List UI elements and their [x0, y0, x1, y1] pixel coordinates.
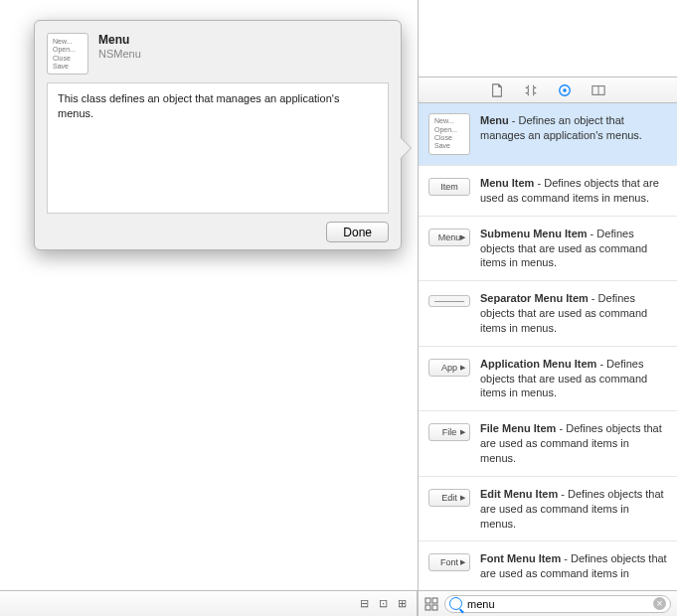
menuitem-icon: File▶ — [428, 423, 470, 441]
done-button[interactable]: Done — [326, 222, 389, 242]
menu-icon: New...Open...CloseSave — [428, 113, 470, 155]
library-item[interactable]: Separator Menu Item - Defines objects th… — [419, 281, 677, 347]
library-item-text: Font Menu Item - Defines objects that ar… — [480, 551, 667, 581]
svg-point-1 — [563, 88, 567, 92]
popover-header: New... Open... Close Save Menu NSMenu — [35, 21, 401, 80]
tab-code-icon[interactable] — [523, 82, 539, 98]
library-item[interactable]: File▶File Menu Item - Defines objects th… — [419, 411, 677, 477]
svg-rect-7 — [432, 605, 437, 610]
menuitem-icon: Edit▶ — [428, 489, 470, 507]
tab-file-icon[interactable] — [489, 82, 505, 98]
library-item-text: Edit Menu Item - Defines objects that ar… — [480, 487, 667, 532]
library-item[interactable]: Font▶Font Menu Item - Defines objects th… — [419, 541, 677, 590]
svg-rect-6 — [425, 605, 430, 610]
library-item[interactable]: Menu▶Submenu Menu Item - Defines objects… — [419, 217, 677, 282]
popover-body: This class defines an object that manage… — [47, 82, 389, 214]
align-icon-3[interactable]: ⊞ — [398, 597, 407, 610]
library-item-text: Menu - Defines an object that manages an… — [480, 113, 667, 155]
library-item[interactable]: New...Open...CloseSaveMenu - Defines an … — [419, 103, 677, 166]
search-wrap: × — [444, 595, 671, 613]
tab-media-icon[interactable] — [591, 82, 606, 98]
library-list[interactable]: New...Open...CloseSaveMenu - Defines an … — [419, 103, 677, 590]
library-blank-area — [419, 0, 677, 77]
popover-title: Menu — [98, 33, 141, 47]
svg-rect-5 — [432, 598, 437, 603]
menuitem-icon: App▶ — [428, 359, 470, 377]
separator-icon — [428, 295, 470, 307]
library-footer: × — [419, 590, 677, 616]
popover-subtitle: NSMenu — [98, 48, 141, 60]
library-item-text: Application Menu Item - Defines objects … — [480, 357, 667, 401]
search-icon — [449, 597, 462, 610]
library-item-text: Submenu Menu Item - Defines objects that… — [480, 227, 667, 271]
align-icon-1[interactable]: ⊟ — [360, 597, 369, 610]
menuitem-icon: Font▶ — [428, 553, 470, 571]
library-item[interactable]: Edit▶Edit Menu Item - Defines objects th… — [419, 477, 677, 542]
library-item-text: Menu Item - Defines objects that are use… — [480, 176, 667, 206]
library-panel: New...Open...CloseSaveMenu - Defines an … — [418, 0, 677, 616]
search-input[interactable] — [444, 595, 671, 613]
library-item-text: File Menu Item - Defines objects that ar… — [480, 421, 667, 466]
info-popover: New... Open... Close Save Menu NSMenu Th… — [34, 20, 402, 250]
clear-search-icon[interactable]: × — [653, 597, 666, 610]
popover-menu-icon: New... Open... Close Save — [47, 33, 88, 75]
canvas-bottom-bar: ⊟ ⊡ ⊞ — [0, 590, 418, 616]
library-item-text: Separator Menu Item - Defines objects th… — [480, 291, 667, 336]
tab-object-icon[interactable] — [557, 82, 573, 98]
menuitem-icon: Menu▶ — [428, 229, 470, 246]
svg-rect-4 — [425, 598, 430, 603]
popover-footer: Done — [35, 214, 401, 250]
library-item[interactable]: ItemMenu Item - Defines objects that are… — [419, 166, 677, 217]
align-icon-2[interactable]: ⊡ — [379, 597, 388, 610]
library-tabs — [419, 77, 677, 103]
menuitem-icon: Item — [428, 178, 470, 196]
grid-view-icon[interactable] — [424, 597, 438, 611]
library-item[interactable]: App▶Application Menu Item - Defines obje… — [419, 347, 677, 412]
